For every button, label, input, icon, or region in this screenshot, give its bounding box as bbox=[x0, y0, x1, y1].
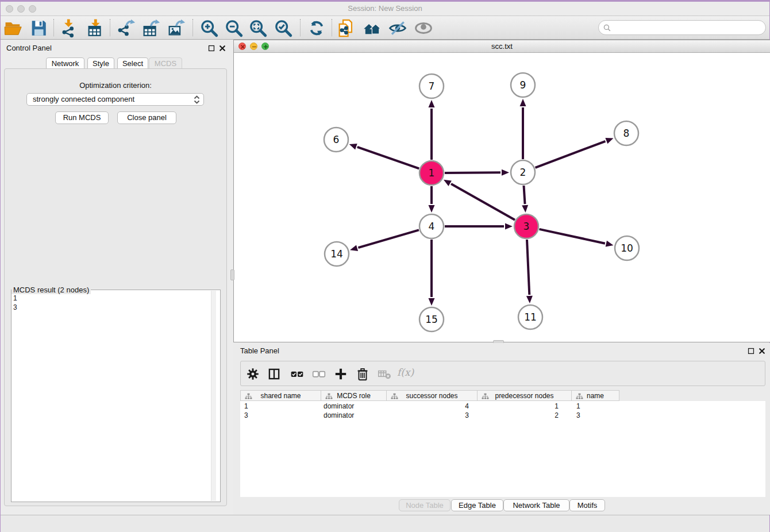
zoom-fit-icon[interactable] bbox=[248, 18, 268, 38]
tab-motifs[interactable]: Motifs bbox=[569, 499, 605, 511]
tab-node-table[interactable]: Node Table bbox=[399, 499, 451, 511]
result-scrollbar[interactable] bbox=[211, 291, 216, 501]
close-panel-icon[interactable] bbox=[218, 44, 226, 52]
table-row[interactable]: 3dominator323 bbox=[240, 411, 765, 421]
table-cell[interactable]: 4 bbox=[386, 402, 477, 411]
graph-node-6[interactable]: 6 bbox=[324, 128, 348, 152]
network-canvas[interactable]: 1234678910111415 bbox=[233, 53, 770, 342]
graph-node-4[interactable]: 4 bbox=[419, 214, 444, 238]
search-icon bbox=[603, 24, 612, 33]
hierarchy-icon bbox=[576, 393, 583, 400]
node-label: 6 bbox=[333, 134, 340, 145]
column-header-shared-name[interactable]: shared name bbox=[240, 390, 321, 401]
tab-select[interactable]: Select bbox=[117, 57, 148, 69]
edge-2-3[interactable] bbox=[522, 186, 528, 213]
save-session-icon[interactable] bbox=[29, 18, 48, 38]
open-file-icon[interactable] bbox=[3, 18, 23, 38]
mcds-result-title: MCDS result (2 nodes) bbox=[11, 286, 91, 294]
table-settings-icon[interactable] bbox=[245, 367, 260, 381]
import-network-icon[interactable] bbox=[59, 18, 78, 38]
table-cell[interactable]: 3 bbox=[386, 411, 477, 421]
tab-network-table[interactable]: Network Table bbox=[503, 499, 569, 511]
edge-4-15[interactable] bbox=[429, 240, 435, 306]
graph-node-10[interactable]: 10 bbox=[615, 236, 639, 260]
zoom-in-icon[interactable] bbox=[199, 18, 219, 38]
delete-column-icon[interactable] bbox=[355, 367, 370, 381]
table-cell[interactable]: 1 bbox=[240, 402, 321, 411]
edge-1-7[interactable] bbox=[429, 100, 435, 160]
column-header-label: shared name bbox=[260, 392, 301, 400]
zoom-out-icon[interactable] bbox=[224, 18, 244, 38]
export-table-icon[interactable] bbox=[141, 18, 160, 38]
edge-2-8[interactable] bbox=[536, 138, 614, 168]
deselect-all-rows-icon[interactable] bbox=[311, 367, 326, 381]
node-label: 11 bbox=[524, 311, 537, 323]
import-table-icon[interactable] bbox=[86, 18, 105, 38]
network-window-titlebar[interactable]: scc.txt bbox=[234, 40, 770, 53]
export-network-icon[interactable] bbox=[116, 18, 136, 38]
edge-1-4[interactable] bbox=[429, 186, 435, 213]
tab-style[interactable]: Style bbox=[87, 57, 114, 69]
zoom-selected-icon[interactable] bbox=[274, 18, 293, 38]
column-header-name[interactable]: name bbox=[571, 390, 619, 401]
search-input[interactable] bbox=[615, 22, 761, 33]
select-stepper-icon bbox=[193, 95, 201, 105]
graph-node-2[interactable]: 2 bbox=[511, 160, 535, 184]
edge-4-14[interactable] bbox=[350, 230, 419, 251]
table-cell[interactable]: 1 bbox=[477, 402, 571, 411]
criterion-select[interactable]: strongly connected component bbox=[26, 93, 204, 106]
table-row[interactable]: 1dominator411 bbox=[240, 402, 765, 411]
add-column-icon[interactable] bbox=[333, 367, 348, 381]
mcds-result-line: 1 bbox=[13, 294, 203, 303]
show-all-icon[interactable] bbox=[414, 18, 433, 38]
graph-node-11[interactable]: 11 bbox=[518, 305, 542, 329]
graph-node-1[interactable]: 1 bbox=[419, 161, 444, 185]
mcds-result-box[interactable] bbox=[11, 290, 221, 502]
table-cell[interactable]: dominator bbox=[321, 402, 386, 411]
apply-layout-icon[interactable] bbox=[307, 18, 326, 38]
close-panel-button[interactable]: Close panel bbox=[117, 111, 176, 124]
tab-edge-table[interactable]: Edge Table bbox=[451, 499, 503, 511]
graph-node-15[interactable]: 15 bbox=[419, 307, 444, 331]
table-header-row: shared nameMCDS rolesuccessor nodesprede… bbox=[240, 390, 619, 401]
edge-4-3[interactable] bbox=[445, 223, 513, 230]
mcds-result-line: 3 bbox=[13, 303, 203, 312]
node-label: 14 bbox=[330, 248, 343, 260]
edge-3-10[interactable] bbox=[540, 229, 614, 247]
column-header-MCDS-role[interactable]: MCDS role bbox=[321, 390, 386, 401]
float-panel-icon[interactable] bbox=[207, 44, 215, 52]
toolbar-separator bbox=[53, 19, 54, 36]
split-columns-icon[interactable] bbox=[267, 367, 282, 381]
run-mcds-button[interactable]: Run MCDS bbox=[55, 111, 109, 124]
column-header-predecessor-nodes[interactable]: predecessor nodes bbox=[477, 390, 571, 401]
table-cell[interactable]: 2 bbox=[477, 411, 571, 421]
graph-node-8[interactable]: 8 bbox=[614, 121, 638, 145]
graph-node-7[interactable]: 7 bbox=[419, 74, 444, 98]
export-image-icon[interactable] bbox=[166, 18, 186, 38]
tab-mcds[interactable]: MCDS bbox=[149, 57, 182, 69]
column-header-successor-nodes[interactable]: successor nodes bbox=[386, 390, 477, 401]
edge-2-9[interactable] bbox=[520, 99, 526, 159]
edge-3-1[interactable] bbox=[444, 180, 515, 220]
node-label: 10 bbox=[621, 242, 633, 254]
edge-1-2[interactable] bbox=[445, 169, 509, 176]
table-cell[interactable]: dominator bbox=[321, 411, 386, 421]
first-neighbors-icon[interactable] bbox=[363, 18, 382, 38]
graph-node-3[interactable]: 3 bbox=[514, 214, 538, 238]
toolbar-separator bbox=[192, 19, 193, 36]
copy-network-icon[interactable] bbox=[336, 18, 356, 38]
table-close-panel-icon[interactable] bbox=[758, 347, 766, 355]
table-cell[interactable]: 1 bbox=[571, 402, 619, 411]
table-cell[interactable]: 3 bbox=[571, 411, 619, 421]
tab-network[interactable]: Network bbox=[46, 57, 84, 69]
edge-1-6[interactable] bbox=[349, 144, 419, 168]
graph-node-14[interactable]: 14 bbox=[325, 242, 349, 266]
select-all-rows-icon[interactable] bbox=[290, 367, 305, 381]
hide-selected-icon[interactable] bbox=[388, 18, 407, 38]
edge-3-11[interactable] bbox=[526, 240, 533, 303]
vertical-splitter-grip[interactable] bbox=[230, 269, 234, 280]
control-panel-title: Control Panel bbox=[6, 44, 52, 52]
graph-node-9[interactable]: 9 bbox=[511, 73, 535, 97]
table-cell[interactable]: 3 bbox=[240, 411, 321, 421]
table-float-panel-icon[interactable] bbox=[747, 347, 755, 355]
